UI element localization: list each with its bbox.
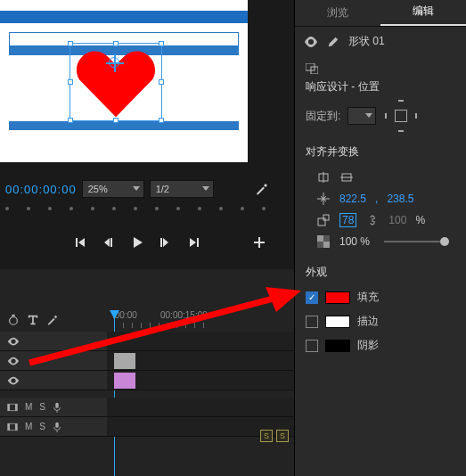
selection-box[interactable]	[69, 43, 162, 121]
eye-icon[interactable]	[7, 374, 20, 387]
shape-name[interactable]: 形状 01	[348, 34, 385, 49]
resize-handle[interactable]	[68, 118, 73, 123]
ruler-label: 00:00:15:00	[160, 310, 208, 320]
solo-button[interactable]: S	[39, 402, 45, 412]
svg-rect-17	[323, 215, 329, 220]
svg-rect-3	[8, 404, 10, 411]
svg-rect-9	[55, 422, 58, 427]
track-row[interactable]	[107, 398, 294, 417]
stroke-label: 描边	[357, 314, 379, 329]
scale-w[interactable]: 78	[339, 213, 356, 227]
mic-icon[interactable]	[53, 422, 61, 432]
opacity-value[interactable]: 100 %	[339, 235, 370, 248]
preview-bar	[9, 121, 239, 130]
shadow-label: 阴影	[357, 338, 379, 353]
svg-rect-19	[317, 235, 323, 242]
shadow-swatch[interactable]	[325, 340, 350, 352]
zoom-value: 25%	[88, 184, 108, 194]
clip[interactable]	[114, 373, 135, 389]
stroke-swatch[interactable]	[325, 316, 350, 328]
film-icon[interactable]	[7, 422, 18, 432]
resize-handle[interactable]	[113, 118, 119, 123]
svg-rect-7	[8, 423, 10, 431]
opacity-icon	[316, 234, 331, 249]
tab-browse[interactable]: 浏览	[295, 0, 380, 26]
svg-rect-8	[15, 423, 17, 431]
svg-rect-16	[318, 218, 325, 226]
eye-icon[interactable]	[7, 355, 20, 367]
program-monitor[interactable]	[0, 0, 248, 162]
resize-handle[interactable]	[113, 41, 119, 46]
clip[interactable]	[114, 353, 135, 369]
svg-rect-1	[12, 315, 15, 316]
goto-in-icon[interactable]	[74, 236, 88, 249]
timeline: :00:00 00:00:15:00 M S M S	[0, 269, 294, 476]
track-row[interactable]	[107, 351, 294, 371]
scale-h[interactable]: 100	[388, 214, 406, 226]
tab-edit[interactable]: 编辑	[380, 0, 466, 26]
resize-handle[interactable]	[159, 79, 164, 85]
mic-icon[interactable]	[53, 402, 61, 413]
pin-dropdown[interactable]	[347, 107, 376, 125]
properties-panel: 浏览 编辑 形状 01 响应设计 - 位置 固定到: 对齐并变换 822.5 ,…	[294, 0, 466, 476]
time-ruler[interactable]	[5, 203, 271, 214]
responsive-icon[interactable]	[306, 63, 318, 74]
scale-icon	[316, 213, 331, 227]
resolution-dropdown[interactable]: 1/2	[150, 180, 214, 198]
pin-widget[interactable]	[383, 98, 419, 134]
eye-icon[interactable]	[7, 335, 20, 348]
preview-bar	[0, 11, 248, 23]
track-row[interactable]	[107, 332, 294, 351]
wrench-icon[interactable]	[46, 314, 59, 326]
pct-label: %	[415, 214, 425, 226]
svg-rect-5	[55, 402, 58, 407]
fill-swatch[interactable]	[325, 291, 350, 304]
chevron-down-icon	[365, 113, 372, 118]
shadow-checkbox[interactable]	[306, 340, 318, 352]
zoom-dropdown[interactable]: 25%	[82, 180, 144, 198]
step-back-icon[interactable]	[102, 237, 117, 248]
link-icon[interactable]	[365, 213, 380, 227]
pin-label: 固定到:	[306, 109, 340, 124]
chevron-down-icon	[133, 186, 140, 191]
stopwatch-icon[interactable]	[7, 314, 20, 326]
align-center-h-icon[interactable]	[316, 170, 331, 185]
timeline-ruler[interactable]: :00:00 00:00:15:00	[107, 310, 294, 328]
stroke-checkbox[interactable]	[306, 316, 318, 328]
section-title: 外观	[306, 265, 455, 280]
resize-handle[interactable]	[68, 41, 73, 46]
step-forward-icon[interactable]	[159, 237, 174, 248]
position-y[interactable]: 238.5	[387, 193, 413, 205]
snap-marker[interactable]: S	[260, 430, 273, 442]
film-icon[interactable]	[7, 402, 18, 413]
solo-button[interactable]: S	[39, 422, 45, 431]
text-tool-icon[interactable]	[27, 314, 39, 326]
resize-handle[interactable]	[159, 41, 164, 46]
slider-knob[interactable]	[440, 237, 449, 246]
mute-button[interactable]: M	[25, 402, 32, 412]
section-title: 对齐并变换	[306, 144, 455, 160]
opacity-slider[interactable]	[384, 241, 445, 242]
position-x[interactable]: 822.5	[339, 193, 366, 205]
timecode[interactable]: 00:00:00:00	[5, 183, 77, 196]
svg-point-0	[10, 317, 18, 325]
play-icon[interactable]	[131, 236, 145, 249]
fill-label: 填充	[357, 290, 379, 305]
mute-button[interactable]: M	[25, 422, 32, 431]
eye-icon[interactable]	[304, 37, 318, 47]
fill-checkbox[interactable]: ✓	[306, 291, 318, 304]
add-icon[interactable]	[253, 236, 267, 249]
svg-rect-20	[323, 242, 330, 248]
svg-rect-4	[15, 404, 17, 411]
resize-handle[interactable]	[159, 118, 164, 123]
position-sep: ,	[375, 193, 378, 205]
section-title: 响应设计 - 位置	[306, 79, 455, 94]
track-row[interactable]	[107, 371, 294, 390]
snap-marker[interactable]: S	[276, 430, 289, 442]
align-center-v-icon[interactable]	[339, 170, 354, 185]
goto-out-icon[interactable]	[188, 236, 202, 249]
chevron-down-icon	[202, 186, 209, 191]
pen-icon[interactable]	[327, 36, 339, 48]
settings-icon[interactable]	[255, 182, 269, 196]
resize-handle[interactable]	[68, 79, 73, 85]
